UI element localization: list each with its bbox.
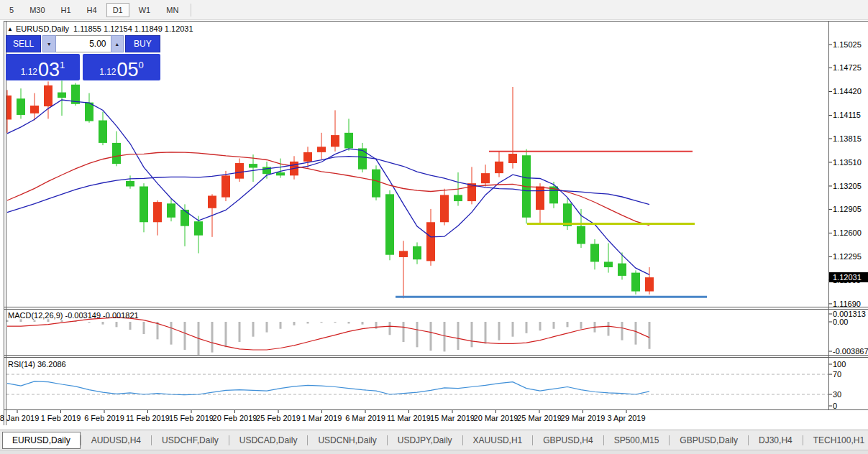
candle-body-up	[536, 187, 544, 210]
macd-bar	[649, 322, 651, 349]
macd-bar	[457, 322, 460, 350]
macd-bar	[157, 322, 159, 339]
tab-xauusd-h1[interactable]: XAUUSD,H1	[463, 432, 533, 449]
buy-price-big: 05	[117, 61, 139, 79]
date-axis-label: 29 Mar 2019	[561, 414, 606, 422]
rsi-axis-label: 0	[833, 402, 837, 410]
macd-values: -0.003149 -0.001821	[65, 311, 138, 320]
sell-button[interactable]: SELL	[6, 35, 41, 52]
macd-bar	[580, 322, 583, 329]
tab-usdcad-daily[interactable]: USDCAD,Daily	[229, 432, 308, 449]
macd-bar	[526, 322, 528, 333]
macd-bar	[307, 322, 309, 323]
candle-body-down	[85, 103, 93, 121]
rsi-name: RSI(14)	[8, 360, 35, 369]
date-axis-label: 28 Jan 2019	[0, 414, 39, 422]
macd-bar	[403, 322, 405, 342]
volume-input[interactable]	[56, 35, 111, 52]
collapse-triangle-icon: ▲	[7, 26, 13, 32]
rsi-indicator-label: RSI(14) 36.2086	[8, 360, 66, 369]
price-axis-label: 1.15025	[833, 40, 862, 49]
candle-body-up	[399, 251, 408, 257]
price-axis-label: 1.12905	[833, 205, 862, 213]
candle-body-up	[235, 163, 244, 179]
macd-indicator-label: MACD(12,26,9) -0.003149 -0.001821	[8, 311, 139, 320]
buy-price-panel[interactable]: 1.12 05 0	[83, 54, 160, 80]
sell-price-panel[interactable]: 1.12 03 1	[6, 54, 80, 80]
current-price-marker: 1.12031	[829, 272, 868, 282]
tab-sp500-m15[interactable]: SP500,M15	[604, 432, 670, 449]
trading-terminal: 5M30H1H4D1W1MN ▲EURUSD,Daily 1.11855 1.1…	[0, 0, 868, 454]
buy-button[interactable]: BUY	[125, 35, 160, 52]
date-axis-label: 15 Mar 2019	[430, 414, 475, 422]
tab-gbpusd-h4[interactable]: GBPUSD,H4	[533, 432, 603, 449]
price-axis-label: 1.13510	[833, 158, 862, 167]
candle-body-down	[99, 121, 107, 143]
macd-bar	[553, 322, 555, 329]
macd-bar	[170, 322, 173, 345]
candle-body-down	[276, 172, 285, 175]
candle-body-up	[440, 195, 449, 222]
macd-bar	[608, 322, 610, 335]
chart-title: ▲EURUSD,Daily 1.11855 1.12154 1.11849 1.…	[7, 24, 193, 33]
macd-bar	[485, 322, 487, 343]
macd-bar	[88, 322, 91, 323]
sell-price-pip: 1	[60, 60, 65, 70]
candle-body-down	[17, 98, 25, 115]
date-axis-label: 1 Mar 2019	[302, 414, 342, 422]
rsi-value: 36.2086	[37, 360, 66, 369]
macd-bar	[498, 322, 501, 340]
macd-bar	[321, 322, 323, 323]
rsi-axis-label: 100	[833, 360, 846, 369]
triangle-up-icon: ▲	[114, 42, 119, 47]
candle-body-down	[590, 244, 599, 262]
macd-bar	[239, 322, 241, 342]
buy-price-pip: 0	[139, 60, 144, 70]
price-axis-label: 1.12600	[833, 228, 862, 237]
chart-symbol-period: EURUSD,Daily	[16, 24, 69, 33]
price-axis-label: 1.13815	[833, 134, 862, 143]
macd-bar	[416, 322, 419, 347]
tab-audusd-h4[interactable]: AUDUSD,H4	[81, 432, 151, 449]
candle-body-down	[58, 93, 66, 98]
candle-body-down	[618, 264, 626, 276]
macd-bar	[389, 322, 391, 335]
candle-body-up	[153, 202, 162, 222]
macd-bar	[266, 322, 268, 333]
volume-decrease-button[interactable]: ▼	[42, 35, 55, 52]
price-axis-label: 1.12295	[833, 252, 862, 261]
tab-usdjpy-daily[interactable]: USDJPY,Daily	[388, 432, 462, 449]
candle-body-down	[167, 203, 175, 217]
candle-body-up	[645, 277, 654, 291]
date-axis-label: 6 Feb 2019	[84, 414, 124, 422]
macd-bar	[129, 322, 132, 330]
candle-body-up	[44, 85, 52, 106]
date-axis-label: 1 Feb 2019	[41, 414, 81, 422]
macd-bar	[362, 322, 364, 325]
macd-series	[6, 318, 651, 356]
macd-bar	[61, 320, 63, 322]
macd-axis-label: 0.00	[833, 318, 848, 326]
candle-body-up	[508, 154, 517, 163]
tab-gbpusd-daily[interactable]: GBPUSD,Daily	[670, 432, 748, 449]
tab-dj30-h4[interactable]: DJ30,H4	[749, 432, 803, 449]
macd-bar	[635, 322, 637, 345]
date-axis-label: 6 Mar 2019	[345, 414, 385, 422]
candle-body-down	[604, 261, 613, 267]
macd-name: MACD(12,26,9)	[8, 311, 63, 320]
date-axis-label: 20 Feb 2019	[213, 414, 257, 422]
volume-increase-button[interactable]: ▲	[111, 35, 124, 52]
price-axis-label: 1.14420	[833, 87, 862, 96]
candle-body-down	[631, 273, 640, 292]
price-axis-label: 1.13205	[833, 182, 862, 190]
tab-eurusd-daily[interactable]: EURUSD,Daily	[2, 432, 81, 449]
candle-body-up	[208, 195, 216, 208]
candle-body-up	[426, 222, 435, 261]
buy-price-prefix: 1.12	[99, 67, 116, 77]
tab-tech100-h1[interactable]: TECH100,H1	[803, 432, 868, 449]
one-click-trading-panel: SELL ▼ ▲ BUY 1.12 03 1 1.12 05 0	[6, 35, 160, 80]
tab-usdchf-daily[interactable]: USDCHF,Daily	[152, 432, 229, 449]
candle-body-down	[126, 181, 134, 187]
candle-body-down	[454, 195, 462, 201]
tab-usdcnh-daily[interactable]: USDCNH,Daily	[308, 432, 386, 449]
